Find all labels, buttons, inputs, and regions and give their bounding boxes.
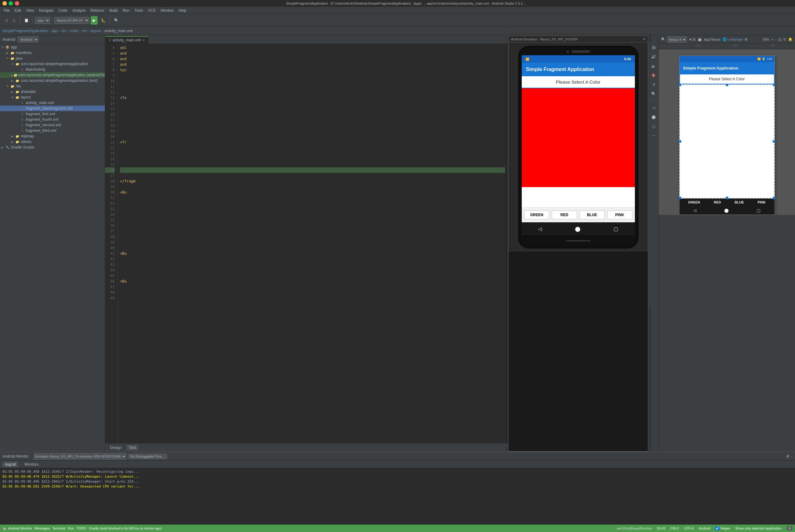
design-zoom-out-btn[interactable]: - [775,37,776,42]
emulator-mute-btn[interactable]: 🔇 [650,72,657,79]
emulator-back-btn[interactable]: ◁ [650,104,657,112]
logcat-tab[interactable]: logcat [2,462,18,467]
toolbar-recent-files[interactable]: 📋 [22,16,31,25]
design-theme-selector[interactable]: AppTheme [704,38,721,41]
tree-item-values[interactable]: ▶ 📁 values [0,139,105,145]
breadcrumb-src[interactable]: src [61,29,67,33]
design-nexus-selector[interactable]: Nexus 4 [667,36,687,43]
emulator-rotate-btn[interactable]: ↺ [650,81,657,88]
status-todo-btn[interactable]: TODO [77,527,87,530]
app-selector[interactable]: app [35,17,50,24]
design-grid-btn[interactable]: ⊞ [745,37,747,41]
menu-build[interactable]: Build [107,8,120,13]
bottom-settings-btn[interactable]: ⚙ [786,454,790,458]
debug-button[interactable]: 🐛 [99,16,108,25]
bottom-close-btn[interactable]: - [791,454,793,458]
breadcrumb-app[interactable]: SimpleFragmentApplication [2,29,48,33]
menu-help[interactable]: Help [176,8,189,13]
design-refresh-btn[interactable]: ↻ [783,37,787,42]
emulator-power-btn[interactable]: ⏻ [650,44,657,51]
status-messages-btn[interactable]: Messages [35,527,50,530]
design-preview-search-icon[interactable]: 🔍 [661,37,666,41]
breadcrumb-layout[interactable]: layout [91,29,101,33]
menu-run[interactable]: Run [120,8,132,13]
tab-text[interactable]: Text [126,445,138,451]
tree-item-drawable[interactable]: ▶ 📁 drawable [0,89,105,94]
tree-item-manifests[interactable]: ▶ 📁 manifests [0,50,105,56]
bottom-device-selector[interactable]: Emulator Nexus_5X_API_24 emulator-5554 [… [34,453,126,459]
breadcrumb-main[interactable]: main [70,29,78,33]
tree-item-main-pkg[interactable]: ▼ 📁 com.razormist.simplefragmentapplicat… [0,61,105,67]
tree-item-res[interactable]: ▼ 📁 res [0,83,105,89]
status-run-btn[interactable]: Run [68,527,74,530]
phone-nav-back-icon[interactable]: ◁ [538,226,542,232]
phone-btn-blue[interactable]: BLUE [580,211,605,219]
tree-item-app[interactable]: ▼ 📦 app [0,44,105,50]
emulator-home-btn[interactable]: ⬤ [650,113,657,121]
menu-vcs[interactable]: VCS [146,8,158,13]
monitors-tab[interactable]: Monitors [22,462,41,467]
phone-time: 6:06 [624,57,631,61]
menu-window[interactable]: Window [158,8,176,13]
phone-btn-red[interactable]: RED [552,211,577,219]
tree-item-fragment-third[interactable]: X fragment_third.xml [0,128,105,133]
menu-file[interactable]: File [1,8,12,13]
menu-navigate[interactable]: Navigate [36,8,56,13]
tree-item-main-activity[interactable]: C MainActivity [0,67,105,72]
tree-item-fragment-fourth[interactable]: X fragment_fourth.xml [0,117,105,122]
menu-code[interactable]: Code [56,8,70,13]
breadcrumb-res[interactable]: res [82,29,87,33]
phone-nav-recents-icon[interactable]: ▢ [614,226,618,232]
tree-item-mipmap[interactable]: ▶ 📁 mipmap [0,133,105,139]
phone-btn-green[interactable]: GREEN [524,211,549,219]
android-view-selector[interactable]: Android [18,36,39,43]
close-button[interactable] [15,1,19,5]
minimize-button[interactable] [2,1,7,5]
tree-label-androidtest: com.razormist.simplefragmentapplication … [18,73,105,77]
run-button[interactable]: ▶ [91,16,98,25]
dc-handle-br [773,197,775,199]
toolbar-back-btn[interactable]: ◁ [2,16,10,25]
phone-app-title: Simple Fragment Application [526,67,594,72]
tree-item-fragment-blank[interactable]: X fragment_blankfragment.xml [0,106,105,111]
menu-refactor[interactable]: Refactor [88,8,107,13]
tab-design[interactable]: Design [108,445,124,451]
toolbar-forward-btn[interactable]: ▷ [11,16,18,25]
breadcrumb-app2[interactable]: app [52,29,58,33]
emulator-vol-down-btn[interactable]: 🔉 [650,62,657,70]
status-terminal-btn[interactable]: Terminal [53,527,66,530]
editor-tab-activity-main[interactable]: X activity_main.xml ✕ [105,36,149,43]
design-fit-btn[interactable]: ⊡ [778,37,781,42]
menu-analyze[interactable]: Analyze [70,8,88,13]
design-zoom-in-btn[interactable]: + [771,37,773,42]
tree-item-gradle[interactable]: ▶ 🔧 Gradle Scripts [0,145,105,150]
emulator-square-btn[interactable]: ▢ [650,122,657,130]
tree-item-java[interactable]: ▼ 📁 java [0,56,105,61]
tree-item-fragment-first[interactable]: X fragment_first.xml [0,111,105,117]
regex-checkbox[interactable] [715,527,719,530]
menu-tools[interactable]: Tools [132,8,146,13]
emulator-close-icon[interactable]: ✕ [643,37,645,41]
emulator-more-btn[interactable]: ⋯ [650,132,657,139]
log-area[interactable]: 02-05 05:49:48.468 1612-1646/? I/InputRe… [0,468,795,532]
editor-tab-close-icon[interactable]: ✕ [142,38,145,42]
emulator-zoom-btn[interactable]: 🔍 [650,90,657,98]
search-everywhere-btn[interactable]: 🔍 [112,16,121,25]
tree-item-layout[interactable]: ▼ 📁 layout [0,94,105,100]
phone-nav-home-icon[interactable]: ⬤ [575,226,580,232]
tree-item-androidtest[interactable]: ▶ 📁 com.razormist.simplefragmentapplicat… [0,72,105,78]
design-language-btn[interactable]: 🌐 Language [722,37,743,41]
code-editor[interactable]: xml and and and toc <Te <fr [118,44,508,443]
phone-btn-pink[interactable]: PINK [607,211,632,219]
tree-item-test[interactable]: ▶ 📁 com.razormist.simplefragmentapplicat… [0,78,105,83]
emulator-vol-up-btn[interactable]: 🔊 [650,53,657,60]
tree-item-fragment-second[interactable]: X fragment_second.xml [0,122,105,128]
device-selector[interactable]: Nexus 5X API 24 [54,17,89,24]
build-status-android-monitor[interactable]: 🤖 Android Monitor [2,527,32,530]
show-only-dropdown-btn[interactable]: ▼ [787,526,793,530]
menu-view[interactable]: View [23,8,36,13]
menu-edit[interactable]: Edit [12,8,23,13]
tree-item-activity-main[interactable]: X activity_main.xml [0,100,105,106]
maximize-button[interactable] [8,1,13,5]
tree-label-res: res [16,84,21,88]
